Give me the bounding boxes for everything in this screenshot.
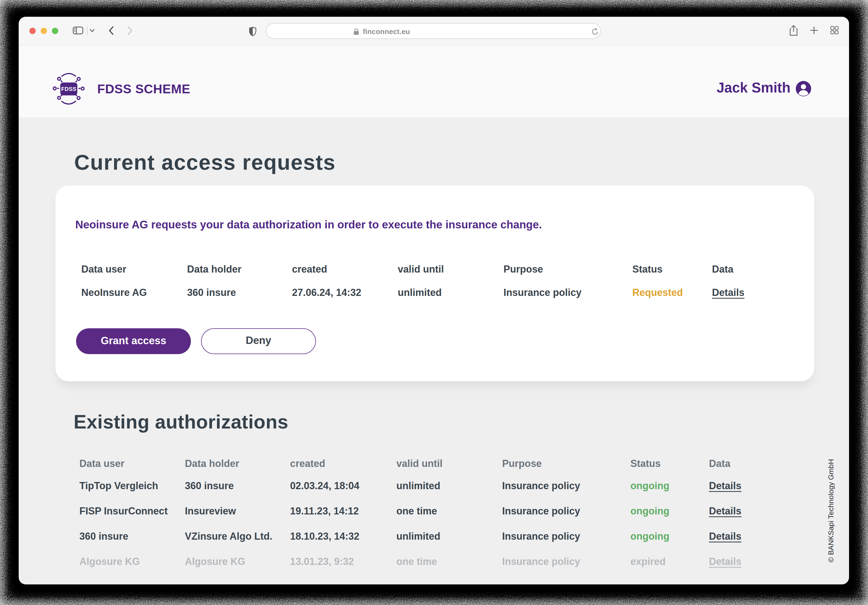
svg-text:FDSS: FDSS [61,86,76,92]
